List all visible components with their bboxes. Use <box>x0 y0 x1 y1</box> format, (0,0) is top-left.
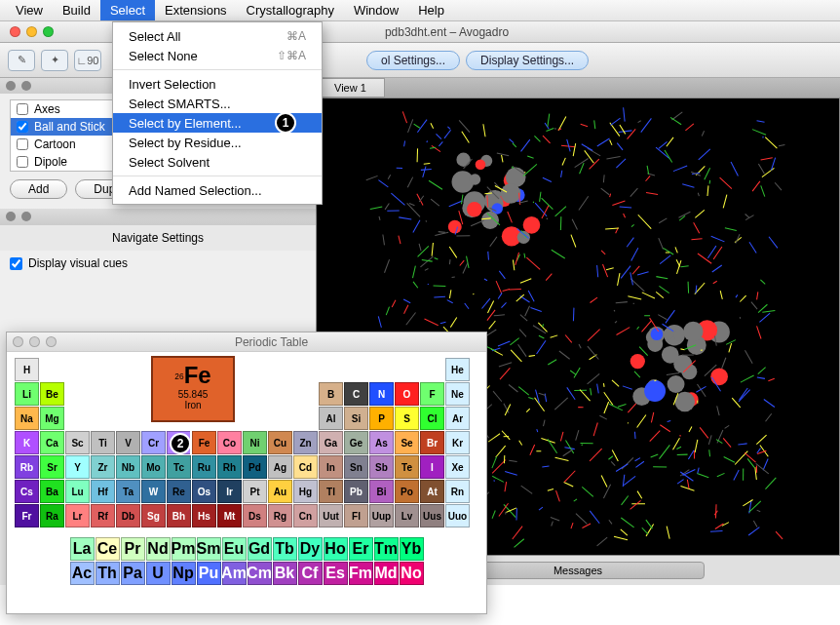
element-w[interactable]: W <box>141 480 166 503</box>
element-pu[interactable]: Pu <box>197 562 221 585</box>
menuitem-select-by-residue-[interactable]: Select by Residue... <box>113 133 322 152</box>
element-na[interactable]: Na <box>15 407 39 430</box>
element-ta[interactable]: Ta <box>116 480 140 503</box>
element-zn[interactable]: Zn <box>293 431 318 454</box>
element-la[interactable]: La <box>70 537 95 561</box>
panel-close-icon[interactable] <box>6 212 16 221</box>
menuitem-select-solvent[interactable]: Select Solvent <box>113 152 322 172</box>
element-ra[interactable]: Ra <box>40 504 64 527</box>
element-ar[interactable]: Ar <box>445 407 470 430</box>
element-ho[interactable]: Ho <box>324 537 348 561</box>
element-h[interactable]: H <box>15 358 39 381</box>
element-se[interactable]: Se <box>395 431 419 454</box>
element-co[interactable]: Co <box>217 431 242 454</box>
menu-window[interactable]: Window <box>344 0 408 20</box>
element-ti[interactable]: Ti <box>91 431 115 454</box>
element-cd[interactable]: Cd <box>293 455 318 479</box>
element-i[interactable]: I <box>420 455 444 479</box>
element-rg[interactable]: Rg <box>268 504 292 527</box>
element-ac[interactable]: Ac <box>70 562 95 585</box>
element-ce[interactable]: Ce <box>95 537 120 561</box>
element-fr[interactable]: Fr <box>15 504 39 527</box>
element-uut[interactable]: Uut <box>319 504 343 527</box>
element-kr[interactable]: Kr <box>445 431 470 454</box>
element-tb[interactable]: Tb <box>273 537 297 561</box>
visual-cues-checkbox[interactable]: Display visual cues <box>0 251 316 276</box>
element-md[interactable]: Md <box>374 562 399 585</box>
close-icon[interactable] <box>10 26 20 37</box>
element-cr[interactable]: Cr <box>141 431 166 454</box>
element-p[interactable]: P <box>369 407 394 430</box>
element-ir[interactable]: Ir <box>217 480 242 503</box>
element-pa[interactable]: Pa <box>121 562 145 585</box>
element-bh[interactable]: Bh <box>167 504 191 527</box>
element-ds[interactable]: Ds <box>243 504 267 527</box>
element-nd[interactable]: Nd <box>146 537 171 561</box>
element-k[interactable]: K <box>15 431 39 454</box>
element-cs[interactable]: Cs <box>15 480 39 503</box>
element-rh[interactable]: Rh <box>217 455 242 479</box>
add-button[interactable]: Add <box>10 179 67 199</box>
element-rn[interactable]: Rn <box>445 480 470 503</box>
element-bi[interactable]: Bi <box>369 480 394 503</box>
element-db[interactable]: Db <box>116 504 140 527</box>
element-pd[interactable]: Pd <box>243 455 267 479</box>
element-ba[interactable]: Ba <box>40 480 64 503</box>
panel-collapse-icon[interactable] <box>21 212 31 221</box>
element-uus[interactable]: Uus <box>420 504 444 527</box>
element-rb[interactable]: Rb <box>15 455 39 479</box>
element-uuo[interactable]: Uuo <box>445 504 470 527</box>
element-tl[interactable]: Tl <box>319 480 343 503</box>
element-zr[interactable]: Zr <box>91 455 115 479</box>
pt-zoom-icon[interactable] <box>46 336 57 347</box>
display-type-checkbox[interactable] <box>17 138 28 150</box>
element-ag[interactable]: Ag <box>268 455 292 479</box>
element-n[interactable]: N <box>369 382 394 406</box>
menu-crystallography[interactable]: Crystallography <box>237 0 344 20</box>
element-eu[interactable]: Eu <box>222 537 247 561</box>
element-ne[interactable]: Ne <box>445 382 470 406</box>
element-sn[interactable]: Sn <box>344 455 368 479</box>
visual-cues-input[interactable] <box>10 257 22 270</box>
element-sm[interactable]: Sm <box>197 537 221 561</box>
element-hg[interactable]: Hg <box>293 480 318 503</box>
element-mo[interactable]: Mo <box>141 455 166 479</box>
element-si[interactable]: Si <box>344 407 368 430</box>
element-sc[interactable]: Sc <box>65 431 90 454</box>
element-ga[interactable]: Ga <box>319 431 343 454</box>
element-re[interactable]: Re <box>167 480 191 503</box>
element-ru[interactable]: Ru <box>192 455 216 479</box>
element-te[interactable]: Te <box>395 455 419 479</box>
element-lr[interactable]: Lr <box>65 504 90 527</box>
element-bk[interactable]: Bk <box>273 562 297 585</box>
element-hs[interactable]: Hs <box>192 504 216 527</box>
menu-build[interactable]: Build <box>53 0 100 20</box>
element-mt[interactable]: Mt <box>217 504 242 527</box>
element-cl[interactable]: Cl <box>420 407 444 430</box>
element-cn[interactable]: Cn <box>293 504 318 527</box>
element-sb[interactable]: Sb <box>369 455 394 479</box>
element-fm[interactable]: Fm <box>349 562 373 585</box>
display-settings-button[interactable]: Display Settings... <box>466 51 589 70</box>
element-er[interactable]: Er <box>349 537 373 561</box>
minimize-icon[interactable] <box>26 26 37 37</box>
pt-minimize-icon[interactable] <box>29 336 40 347</box>
element-tm[interactable]: Tm <box>374 537 399 561</box>
element-no[interactable]: No <box>400 562 424 585</box>
element-pm[interactable]: Pm <box>172 537 196 561</box>
element-in[interactable]: In <box>319 455 343 479</box>
element-ca[interactable]: Ca <box>40 431 64 454</box>
menuitem-select-none[interactable]: Select None⇧⌘A <box>113 46 322 65</box>
element-pb[interactable]: Pb <box>344 480 368 503</box>
element-u[interactable]: U <box>146 562 171 585</box>
element-pr[interactable]: Pr <box>121 537 145 561</box>
tab-view-1[interactable]: View 1 <box>316 78 385 98</box>
element-fl[interactable]: Fl <box>344 504 368 527</box>
element-rf[interactable]: Rf <box>91 504 115 527</box>
element-ni[interactable]: Ni <box>243 431 267 454</box>
menuitem-add-named-selection-[interactable]: Add Named Selection... <box>113 180 322 200</box>
element-th[interactable]: Th <box>95 562 120 585</box>
element-b[interactable]: B <box>319 382 343 406</box>
element-he[interactable]: He <box>445 358 470 381</box>
menuitem-select-smarts-[interactable]: Select SMARTS... <box>113 94 322 113</box>
